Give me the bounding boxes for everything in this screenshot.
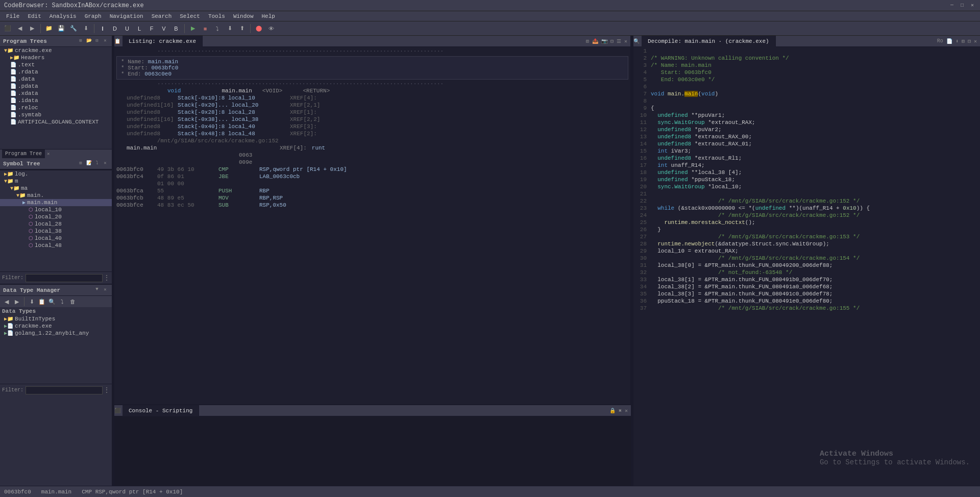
sym-local20[interactable]: ⬡ local_20 [0,213,112,220]
tab-program-tree[interactable]: Program Tree [2,150,45,159]
tree-item-pdata[interactable]: 📄 .pdata [0,83,112,90]
tree-item-rdata[interactable]: 📄 .rdata [0,68,112,76]
decompile-icon-5[interactable]: ⊟ [967,37,972,45]
toolbar-btn-b[interactable]: B [170,23,182,34]
listing-icon-4[interactable]: ⊟ [609,37,615,45]
dt-builtin[interactable]: ▶📁 BuiltInTypes [0,315,112,322]
pt-close[interactable]: ✕ [102,38,109,45]
dt-filter-input[interactable] [26,386,103,394]
tree-item-idata[interactable]: 📄 .idata [0,97,112,104]
decompile-icon-4[interactable]: ⊞ [961,37,966,45]
pt-icon-1[interactable]: ⊞ [77,38,84,45]
symbol-filter-input[interactable] [26,274,103,282]
toolbar-btn-3[interactable]: 📁 [43,23,55,34]
toolbar-btn-back[interactable]: ◀ [14,23,26,34]
tab-close-program-tree[interactable]: ✕ [45,151,52,157]
sym-main-dot[interactable]: ▼📁 main. [0,192,112,199]
dt-btn-5[interactable]: 🗑 [68,297,77,306]
menu-file[interactable]: File [2,11,23,21]
filter-options-icon[interactable]: ⋮ [104,274,110,282]
toolbar-btn-i[interactable]: I [97,23,108,34]
console-close[interactable]: ✕ [624,407,629,415]
dt-btn-back[interactable]: ◀ [2,297,11,306]
toolbar-btn-5[interactable]: 🔧 [68,23,79,34]
sym-main-main[interactable]: ▶ main.main [0,199,112,206]
listing-instr-0[interactable]: 0063bfc0 49 3b 66 10 CMP RSP,qword ptr [… [114,166,630,173]
sym-ma[interactable]: ▼📁 ma [0,185,112,192]
listing-icon-5[interactable]: ☰ [616,37,622,45]
toolbar-btn-f[interactable]: F [146,23,157,34]
toolbar-btn-breakpt[interactable]: ⬤ [253,23,264,34]
menu-select[interactable]: Select [176,11,204,21]
menu-search[interactable]: Search [148,11,176,21]
listing-instr-1[interactable]: 0063bfc4 0f 86 01 JBE LAB_0063c0cb [114,173,630,181]
toolbar-btn-1[interactable]: ⬛ [2,23,13,34]
toolbar-btn-d[interactable]: D [109,23,120,34]
toolbar-btn-step[interactable]: ⤵ [212,23,223,34]
tab-listing[interactable]: Listing: crackme.exe [122,36,203,47]
listing-icon-1[interactable]: ⊞ [585,37,590,45]
toolbar-btn-4[interactable]: 💾 [56,23,67,34]
minimize-button[interactable]: ─ [948,2,955,9]
pt-icon-3[interactable]: ⊟ [93,38,101,45]
menu-graph[interactable]: Graph [81,11,106,21]
dt-icon-menu[interactable]: ▼ [93,287,101,294]
toolbar-btn-watch[interactable]: 👁 [265,23,277,34]
toolbar-btn-u[interactable]: U [121,23,133,34]
dt-btn-1[interactable]: ⬇ [27,297,36,306]
listing-icon-3[interactable]: 📷 [600,37,608,45]
decompile-icon-2[interactable]: 📄 [945,37,953,45]
toolbar-btn-l[interactable]: L [134,23,145,34]
decompile-icon-1[interactable]: Ro [936,37,944,45]
dt-crackme[interactable]: ▶📄 crackme.exe [0,322,112,330]
toolbar-btn-6[interactable]: ⬇ [80,23,91,34]
tree-item-symtab[interactable]: 📄 .symtab [0,111,112,118]
sym-local48[interactable]: ⬡ local_48 [0,242,112,249]
toolbar-btn-v[interactable]: V [158,23,169,34]
menu-tools[interactable]: Tools [204,11,229,21]
tree-item-golang[interactable]: 📄 ARTIFICAL_GOLANG_CONTEXT [0,118,112,126]
dt-btn-2[interactable]: 📋 [37,297,46,306]
tree-item-data[interactable]: 📄 .data [0,76,112,83]
menu-window[interactable]: Window [229,11,258,21]
st-close[interactable]: ✕ [102,160,109,167]
sym-local38[interactable]: ⬡ local_38 [0,228,112,235]
st-icon-1[interactable]: ⊞ [77,160,84,167]
decompile-close[interactable]: ✕ [973,37,978,45]
sym-m[interactable]: ▼📁 m [0,178,112,185]
console-lock-icon[interactable]: 🔒 [608,407,617,415]
maximize-button[interactable]: □ [959,2,966,9]
tree-item-reloc[interactable]: 📄 .reloc [0,104,112,111]
tree-item-headers[interactable]: ▶📁 Headers [0,54,112,61]
tree-item-xdata[interactable]: 📄 .xdata [0,90,112,97]
dt-btn-3[interactable]: 🔍 [47,297,57,306]
sym-local28[interactable]: ⬡ local_28 [0,220,112,228]
sym-log[interactable]: ▶📁 log. [0,170,112,178]
dt-btn-fwd[interactable]: ▶ [12,297,21,306]
menu-help[interactable]: Help [258,11,279,21]
pt-icon-2[interactable]: 📂 [85,38,92,45]
dt-filter-icon[interactable]: ⋮ [104,386,110,394]
listing-content[interactable]: ········································… [114,47,630,404]
menu-edit[interactable]: Edit [23,11,45,21]
sym-local40[interactable]: ⬡ local_40 [0,235,112,242]
listing-instr-4[interactable]: 0063bfce 48 83 ec 50 SUB RSP,0x50 [114,202,630,209]
listing-icon-2[interactable]: 📤 [591,37,599,45]
dt-btn-4[interactable]: ⤵ [58,297,67,306]
console-clear-icon[interactable]: ✖ [618,407,623,415]
listing-instr-2[interactable]: 0063bfca 55 PUSH RBP [114,188,630,195]
decompile-icon-3[interactable]: ⬇ [954,37,960,45]
toolbar-btn-run[interactable]: ▶ [187,23,199,34]
decompile-content[interactable]: 1 2 /* WARNING: Unknown calling conventi… [633,47,980,486]
tab-console[interactable]: Console - Scripting [122,405,199,416]
toolbar-btn-fwd[interactable]: ▶ [27,23,38,34]
close-button[interactable]: ✕ [969,2,976,9]
menu-analysis[interactable]: Analysis [45,11,81,21]
toolbar-btn-stepin[interactable]: ⬇ [224,23,235,34]
tree-item-crackme[interactable]: ▼📁 crackme.exe [0,47,112,54]
tab-decompile[interactable]: Decompile: main.main · (crackme.exe) [642,36,776,47]
sym-local10[interactable]: ⬡ local_10 [0,206,112,213]
st-icon-2[interactable]: 📝 [85,160,92,167]
st-icon-3[interactable]: ⤵ [93,160,101,167]
listing-close[interactable]: ✕ [623,37,628,45]
